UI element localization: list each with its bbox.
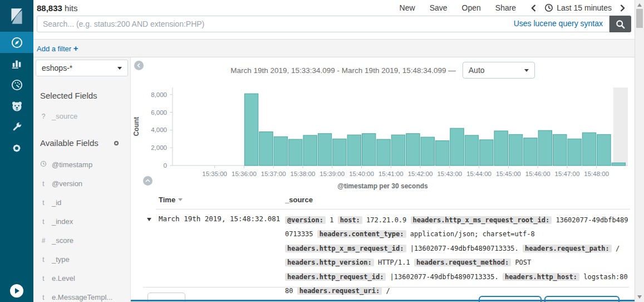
field-item-_id[interactable]: t_id	[40, 198, 61, 207]
save-button[interactable]: Save	[430, 3, 448, 12]
histogram-bar[interactable]	[289, 139, 302, 165]
time-picker[interactable]: Last 15 minutes	[544, 3, 612, 12]
x-tick-label: 15:41:00	[378, 171, 404, 177]
share-button[interactable]: Share	[495, 3, 516, 12]
source-field-value: /	[382, 287, 390, 295]
rail-item-dev-tools[interactable]	[0, 116, 33, 138]
source-field-key: headers.http_x_ms_request_root_id:	[411, 216, 552, 224]
field-item-@version[interactable]: t@version	[40, 179, 82, 188]
field-item-_index[interactable]: t_index	[40, 217, 73, 226]
field-name: @timestamp	[52, 160, 92, 169]
scrollbar-thumb[interactable]	[636, 9, 643, 28]
x-tick-label: 15:43:00	[437, 171, 462, 177]
expand-row-caret-icon[interactable]	[147, 218, 151, 221]
field-item-e.MessageTempl...[interactable]: te.MessageTempl...	[40, 293, 112, 301]
histogram-bar[interactable]	[480, 140, 493, 165]
chart-header: March 19th 2019, 15:33:34.099 - March 19…	[131, 62, 635, 79]
time-navigation: Last 15 minutes	[530, 3, 626, 12]
histogram-bar[interactable]	[377, 139, 390, 165]
field-item-_source[interactable]: ?_source	[40, 112, 77, 120]
row-timestamp: March 19th 2019, 15:48:32.081	[159, 215, 280, 223]
histogram-svg: 02,0004,0006,0008,00015:35:0015:36:0015:…	[131, 81, 635, 184]
x-tick-label: 15:48:00	[584, 171, 609, 177]
main-content: March 19th 2019, 15:33:34.099 - March 19…	[131, 57, 635, 302]
histogram-bar[interactable]	[391, 135, 405, 165]
kibana-logo[interactable]	[0, 0, 33, 32]
chevron-up-icon	[145, 178, 151, 184]
histogram-bar[interactable]	[421, 137, 434, 165]
histogram-bar[interactable]	[333, 139, 346, 165]
y-tick-label: 2,000	[151, 144, 167, 151]
histogram-bar[interactable]	[465, 135, 478, 165]
field-settings-gear-icon[interactable]	[112, 139, 120, 149]
histogram-bar[interactable]	[568, 139, 581, 165]
field-name: @version	[52, 179, 82, 188]
source-field-key: @version:	[285, 216, 326, 224]
rail-item-visualize[interactable]	[0, 53, 33, 74]
bear-face-icon	[11, 100, 23, 113]
chevron-right-icon[interactable]	[620, 4, 626, 12]
rail-item-management[interactable]	[0, 138, 33, 159]
rail-item-discover[interactable]	[0, 32, 33, 53]
kibana-discover-app: 88,833 hits New Save Open Share Last 15 …	[0, 0, 644, 302]
histogram-bar[interactable]	[509, 134, 522, 165]
new-button[interactable]: New	[400, 3, 415, 12]
histogram-bar[interactable]	[553, 134, 567, 165]
source-field-value: /	[612, 245, 620, 252]
rail-item-dashboard[interactable]	[0, 74, 33, 95]
histogram-bar[interactable]	[494, 131, 508, 165]
field-type-icon: t	[40, 199, 47, 207]
histogram-bar[interactable]	[362, 134, 376, 165]
source-field-value: 1	[326, 216, 333, 224]
field-type-icon: t	[40, 180, 47, 188]
selected-fields-title: Selected Fields	[40, 91, 97, 100]
top-nav: New Save Open Share Last 15 minutes	[400, 3, 631, 12]
field-item-@timestamp[interactable]: @timestamp	[40, 160, 92, 169]
vertical-scrollbar	[635, 0, 644, 302]
collapse-chart-button[interactable]	[143, 176, 153, 186]
column-header-time[interactable]: Time	[159, 196, 183, 204]
open-button[interactable]: Open	[462, 3, 481, 12]
histogram-bar[interactable]	[582, 133, 596, 165]
lucene-syntax-link[interactable]: Uses lucene query syntax	[514, 19, 603, 28]
rail-item-monitoring[interactable]	[0, 95, 33, 116]
histogram-bar[interactable]	[259, 132, 273, 165]
histogram-bar[interactable]	[274, 137, 287, 165]
x-tick-label: 15:45:00	[496, 171, 521, 177]
histogram-bar[interactable]	[347, 135, 361, 165]
chevron-left-icon[interactable]	[530, 4, 537, 12]
source-field-key: headers.http_request_id:	[285, 273, 386, 281]
field-item-e.Level[interactable]: te.Level	[40, 274, 75, 282]
play-circle-icon	[10, 284, 23, 298]
scroll-down-arrow[interactable]	[637, 295, 642, 299]
histogram-bar[interactable]	[450, 128, 464, 165]
chevron-down-icon	[117, 67, 122, 70]
histogram-bar[interactable]	[538, 130, 552, 165]
plus-icon: +	[73, 43, 78, 53]
x-tick-label: 15:37:00	[261, 171, 286, 177]
histogram-bar[interactable]	[435, 140, 449, 165]
y-tick-label: 0	[164, 162, 167, 169]
histogram-bar[interactable]	[303, 135, 317, 165]
source-field-key: headers.request_path:	[523, 245, 612, 252]
add-filter-button[interactable]: Add a filter +	[37, 43, 78, 53]
field-item-_type[interactable]: t_type	[40, 255, 70, 264]
index-pattern-select[interactable]: eshops-*	[36, 60, 128, 76]
field-item-_score[interactable]: #_score	[40, 236, 73, 245]
source-field-key: headers.request_method:	[414, 259, 511, 266]
histogram-bar[interactable]	[612, 163, 625, 165]
histogram-bar[interactable]	[524, 138, 537, 165]
histogram-bar[interactable]	[597, 134, 611, 165]
histogram-bar[interactable]	[244, 94, 258, 165]
search-button[interactable]	[609, 16, 631, 32]
rail-collapse-button[interactable]	[0, 284, 33, 298]
histogram-bar[interactable]	[318, 134, 331, 165]
y-tick-label: 4,000	[151, 126, 167, 133]
interval-select[interactable]: Auto	[463, 62, 535, 79]
interval-value: Auto	[469, 66, 485, 75]
partial-bucket-endzone	[613, 87, 628, 165]
scroll-up-arrow[interactable]	[637, 3, 642, 7]
histogram-bar[interactable]	[406, 134, 420, 165]
field-name: _source	[52, 112, 77, 120]
wrench-icon	[11, 121, 23, 133]
